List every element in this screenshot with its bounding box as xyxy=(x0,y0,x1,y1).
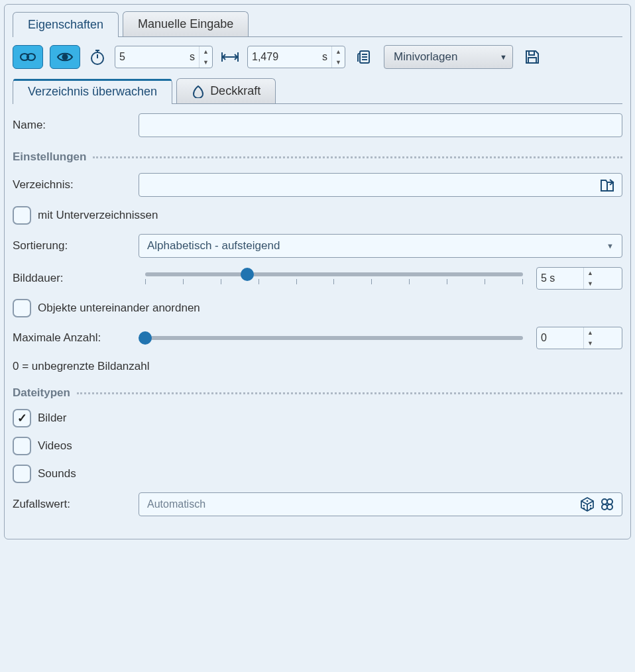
properties-panel: Eigenschaften Manuelle Eingabe s ▲ ▼ xyxy=(4,4,631,539)
copy-attributes-button[interactable] xyxy=(352,45,377,69)
max-count-input[interactable] xyxy=(537,327,583,349)
tab-manual-input-label: Manuelle Eingabe xyxy=(138,17,233,31)
width-step-up[interactable]: ▲ xyxy=(332,46,345,57)
section-filetypes-label: Dateitypen xyxy=(13,386,70,400)
templates-label: Minivorlagen xyxy=(394,50,457,64)
image-duration-step-down[interactable]: ▼ xyxy=(584,278,597,289)
max-count-step-down[interactable]: ▼ xyxy=(584,338,597,349)
random-row: Zufallswert: xyxy=(13,492,622,516)
link-icon xyxy=(19,51,36,63)
svg-point-7 xyxy=(587,500,589,502)
name-label: Name: xyxy=(13,119,132,132)
tab-properties[interactable]: Eigenschaften xyxy=(13,12,119,37)
svg-point-2 xyxy=(63,55,68,60)
width-unit: s xyxy=(314,51,331,63)
svg-point-9 xyxy=(583,508,585,510)
image-duration-label: Bilddauer: xyxy=(13,272,132,285)
directory-row: Verzeichnis: xyxy=(13,173,622,197)
with-subdirs-label: mit Unterverzeichnissen xyxy=(38,209,158,222)
tab-watch-directory-label: Verzeichnis überwachen xyxy=(28,85,157,99)
save-button[interactable] xyxy=(520,45,545,69)
copy-list-icon xyxy=(356,48,373,66)
filetype-images-label: Bilder xyxy=(38,412,66,425)
name-field-wrap xyxy=(139,113,622,137)
link-toggle-button[interactable] xyxy=(13,45,43,69)
duration-step-down[interactable]: ▼ xyxy=(200,57,212,68)
image-duration-spinner[interactable]: ▲ ▼ xyxy=(536,267,622,290)
tab-opacity-label: Deckkraft xyxy=(210,84,260,98)
with-subdirs-checkbox[interactable] xyxy=(13,206,31,225)
svg-point-8 xyxy=(583,505,585,507)
directory-label: Verzeichnis: xyxy=(13,178,132,192)
width-step-down[interactable]: ▼ xyxy=(332,57,345,68)
preview-toggle-button[interactable] xyxy=(50,45,80,69)
duration-step-up[interactable]: ▲ xyxy=(200,46,212,57)
svg-point-11 xyxy=(590,508,592,510)
duration-spinner[interactable]: s ▲ ▼ xyxy=(115,46,213,68)
main-tabbar: Eigenschaften Manuelle Eingabe xyxy=(13,11,622,37)
image-duration-step-up[interactable]: ▲ xyxy=(584,268,597,278)
divider xyxy=(77,392,622,394)
tab-opacity[interactable]: Deckkraft xyxy=(176,78,276,103)
filetype-images-checkbox[interactable] xyxy=(13,409,31,427)
sorting-value: Alphabetisch - aufsteigend xyxy=(147,239,280,252)
eye-icon xyxy=(56,51,74,63)
tab-manual-input[interactable]: Manuelle Eingabe xyxy=(123,11,249,36)
random-label: Zufallswert: xyxy=(13,498,132,511)
browse-directory-button[interactable] xyxy=(599,177,615,193)
random-input[interactable] xyxy=(146,498,575,511)
max-count-spinner[interactable]: ▲ ▼ xyxy=(536,327,622,349)
random-field-wrap xyxy=(139,492,622,516)
width-icon xyxy=(219,46,241,68)
svg-rect-6 xyxy=(528,58,536,63)
random-dice-button[interactable] xyxy=(579,496,595,512)
max-count-step-up[interactable]: ▲ xyxy=(584,327,597,338)
sorting-select[interactable]: Alphabetisch - aufsteigend ▼ xyxy=(139,234,622,258)
filetype-sounds-row: Sounds xyxy=(13,465,622,483)
svg-point-15 xyxy=(607,504,612,510)
filetype-sounds-label: Sounds xyxy=(38,467,76,480)
arrange-below-checkbox[interactable] xyxy=(13,299,31,317)
width-spinner[interactable]: s ▲ ▼ xyxy=(247,46,345,68)
filetype-images-row: Bilder xyxy=(13,409,622,427)
sorting-row: Sortierung: Alphabetisch - aufsteigend ▼ xyxy=(13,234,622,258)
toolbar: s ▲ ▼ s ▲ ▼ Minivorlagen ▼ xyxy=(13,45,622,69)
max-count-slider[interactable] xyxy=(139,336,530,340)
templates-dropdown[interactable]: Minivorlagen ▼ xyxy=(384,45,513,69)
width-input[interactable] xyxy=(248,46,314,68)
opacity-icon xyxy=(192,85,205,98)
arrange-below-row: Objekte untereinander anordnen xyxy=(13,299,622,317)
divider xyxy=(93,156,622,158)
directory-input[interactable] xyxy=(146,178,595,192)
filetype-videos-checkbox[interactable] xyxy=(13,437,31,455)
svg-point-14 xyxy=(602,504,607,510)
image-duration-input[interactable] xyxy=(537,268,583,289)
name-row: Name: xyxy=(13,113,622,137)
filetype-videos-label: Videos xyxy=(38,439,72,453)
random-clover-button[interactable] xyxy=(599,496,615,512)
clover-icon xyxy=(599,496,615,512)
chevron-down-icon: ▼ xyxy=(500,53,507,61)
section-filetypes: Dateitypen xyxy=(13,386,622,400)
directory-field-wrap xyxy=(139,173,622,197)
image-duration-row: Bilddauer: ▲ ▼ xyxy=(13,267,622,290)
tab-watch-directory[interactable]: Verzeichnis überwachen xyxy=(13,79,172,104)
stopwatch-icon xyxy=(87,46,108,68)
image-duration-slider[interactable] xyxy=(139,272,530,284)
max-count-label: Maximale Anzahl: xyxy=(13,331,132,345)
arrange-below-label: Objekte untereinander anordnen xyxy=(38,302,200,315)
sub-tabbar: Verzeichnis überwachen Deckkraft xyxy=(13,78,622,104)
unlimited-note: 0 = unbegrenzte Bildanzahl xyxy=(13,360,622,373)
tab-properties-label: Eigenschaften xyxy=(28,18,103,32)
folder-open-icon xyxy=(599,177,615,193)
filetype-videos-row: Videos xyxy=(13,437,622,455)
sorting-label: Sortierung: xyxy=(13,239,132,252)
duration-unit: s xyxy=(182,51,199,63)
svg-point-10 xyxy=(590,505,592,507)
duration-input[interactable] xyxy=(115,46,182,68)
section-settings: Einstellungen xyxy=(13,150,622,164)
section-settings-label: Einstellungen xyxy=(13,150,86,164)
save-icon xyxy=(524,48,541,66)
filetype-sounds-checkbox[interactable] xyxy=(13,465,31,483)
name-input[interactable] xyxy=(146,119,615,132)
